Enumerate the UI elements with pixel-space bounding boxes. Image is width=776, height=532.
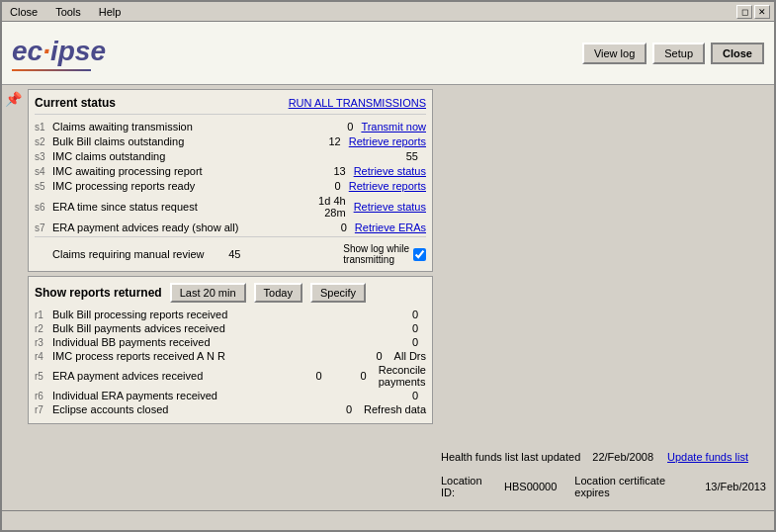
- report-value-r6: 0: [382, 390, 426, 401]
- row-code-s2: s2: [35, 136, 52, 147]
- row-value-s1: 0: [316, 121, 361, 133]
- show-reports-title: Show reports returned: [35, 286, 162, 300]
- report-code-r7: r7: [35, 404, 52, 415]
- row-action-s1[interactable]: Transmit now: [361, 121, 426, 133]
- manual-review-label: Claims requiring manual review: [52, 248, 204, 260]
- report-value-r5: 0: [286, 370, 330, 382]
- window-close-button[interactable]: ✕: [754, 5, 770, 19]
- report-label-r2: Bulk Bill payments advices received: [52, 322, 382, 334]
- report-value-r4: 0: [346, 350, 390, 362]
- row-label-s1: Claims awaiting transmission: [52, 121, 316, 133]
- report-label-r4: IMC process reports received A N R: [52, 350, 346, 362]
- row-action-s5[interactable]: Retrieve reports: [349, 180, 426, 192]
- health-funds-label: Health funds list last updated: [441, 451, 580, 463]
- row-action-s4[interactable]: Retrieve status: [354, 165, 426, 177]
- app-logo: ec·ipse: [12, 36, 106, 71]
- manual-review-value: 45: [204, 248, 248, 260]
- row-code-s7: s7: [35, 222, 52, 233]
- report-row-r6: r6 Individual ERA payments received 0: [35, 390, 426, 401]
- all-drs-label: All Drs: [394, 350, 426, 362]
- row-code-s5: s5: [35, 181, 52, 192]
- row-label-s4: IMC awaiting processing report: [52, 165, 309, 177]
- report-label-r3: Individual BB payments received: [52, 336, 382, 348]
- report-row-r1: r1 Bulk Bill processing reports received…: [35, 309, 426, 320]
- health-funds-row: Health funds list last updated 22/Feb/20…: [441, 451, 766, 463]
- report-code-r6: r6: [35, 391, 52, 401]
- report-row-r5: r5 ERA payment advices received 0 0 Reco…: [35, 364, 426, 388]
- row-label-s6: ERA time since status request: [52, 201, 309, 213]
- row-label-s7: ERA payment advices ready (show all): [52, 222, 310, 233]
- report-label-r7: Eclipse accounts closed: [52, 403, 315, 415]
- row-label-s5: IMC processing reports ready: [52, 180, 304, 192]
- row-code-s3: s3: [35, 151, 52, 162]
- report-value2-r5: 0: [330, 370, 375, 382]
- row-value-s6: 1d 4h 28m: [309, 195, 354, 219]
- location-row: Location ID: HBS00000 Location certifica…: [441, 475, 766, 498]
- pin-icon[interactable]: 📌: [6, 89, 20, 109]
- row-action-s6[interactable]: Retrieve status: [354, 201, 426, 213]
- cert-date: 13/Feb/2013: [705, 481, 766, 492]
- report-value-r3: 0: [382, 336, 426, 348]
- row-label-s2: Bulk Bill claims outstanding: [52, 135, 304, 147]
- report-label-r1: Bulk Bill processing reports received: [52, 309, 382, 320]
- update-funds-link[interactable]: Update funds list: [667, 451, 748, 463]
- report-row-r3: r3 Individual BB payments received 0: [35, 336, 426, 348]
- row-value-s5: 0: [304, 180, 349, 192]
- location-id: HBS00000: [504, 481, 557, 492]
- right-panel: Health funds list last updated 22/Feb/20…: [437, 89, 770, 506]
- today-button[interactable]: Today: [254, 283, 302, 303]
- row-action-s7[interactable]: Retrieve ERAs: [355, 222, 426, 233]
- close-button[interactable]: Close: [711, 43, 764, 64]
- row-value-s7: 0: [310, 222, 355, 233]
- status-row-s1: s1 Claims awaiting transmission 0 Transm…: [35, 121, 426, 133]
- status-row-s4: s4 IMC awaiting processing report 13 Ret…: [35, 165, 426, 177]
- last-20-min-button[interactable]: Last 20 min: [170, 283, 246, 303]
- report-code-r5: r5: [35, 371, 52, 382]
- health-funds-date: 22/Feb/2008: [592, 451, 653, 463]
- row-code-s1: s1: [35, 122, 52, 133]
- menu-tools[interactable]: Tools: [51, 5, 85, 19]
- view-log-button[interactable]: View log: [582, 43, 647, 64]
- cert-label: Location certificate expires: [574, 475, 693, 498]
- show-reports-panel: Show reports returned Last 20 min Today …: [28, 276, 433, 424]
- status-row-s7: s7 ERA payment advices ready (show all) …: [35, 222, 426, 233]
- show-log-checkbox[interactable]: [413, 248, 426, 261]
- row-code-s4: s4: [35, 166, 52, 177]
- report-value-r1: 0: [382, 309, 426, 320]
- report-value-r7: 0: [315, 403, 360, 415]
- run-all-transmissions-link[interactable]: RUN ALL TRANSMISSIONS: [289, 97, 426, 109]
- report-row-r4: r4 IMC process reports received A N R 0 …: [35, 350, 426, 362]
- restore-button[interactable]: ◻: [736, 5, 752, 19]
- current-status-panel: Current status RUN ALL TRANSMISSIONS s1 …: [28, 89, 433, 272]
- setup-button[interactable]: Setup: [652, 43, 705, 64]
- status-row-s6: s6 ERA time since status request 1d 4h 2…: [35, 195, 426, 219]
- location-label: Location ID:: [441, 475, 494, 498]
- row-value-s2: 12: [304, 135, 349, 147]
- report-value-r2: 0: [382, 322, 426, 334]
- row-label-s3: IMC claims outstanding: [52, 150, 382, 162]
- report-code-r4: r4: [35, 351, 52, 362]
- menu-close[interactable]: Close: [6, 5, 42, 19]
- report-code-r2: r2: [35, 323, 52, 334]
- manual-review-row: Claims requiring manual review 45 Show l…: [35, 240, 426, 265]
- row-code-s6: s6: [35, 202, 52, 213]
- report-code-r3: r3: [35, 337, 52, 348]
- report-label-r5: ERA payment advices received: [52, 370, 286, 382]
- row-value-s3: 55: [382, 150, 426, 162]
- row-action-s2[interactable]: Retrieve reports: [349, 135, 426, 147]
- status-bar: [2, 510, 774, 530]
- row-value-s4: 13: [309, 165, 354, 177]
- reconcile-payments-label: Reconcile payments: [379, 364, 426, 388]
- show-log-label: Show log while transmitting: [343, 243, 409, 265]
- report-label-r6: Individual ERA payments received: [52, 390, 382, 401]
- specify-button[interactable]: Specify: [310, 283, 366, 303]
- current-status-title: Current status: [35, 96, 116, 110]
- menu-help[interactable]: Help: [95, 5, 126, 19]
- status-row-s5: s5 IMC processing reports ready 0 Retrie…: [35, 180, 426, 192]
- refresh-data-label: Refresh data: [364, 403, 426, 415]
- status-row-s3: s3 IMC claims outstanding 55: [35, 150, 426, 162]
- status-row-s2: s2 Bulk Bill claims outstanding 12 Retri…: [35, 135, 426, 147]
- report-code-r1: r1: [35, 310, 52, 320]
- report-row-r7: r7 Eclipse accounts closed 0 Refresh dat…: [35, 403, 426, 415]
- report-row-r2: r2 Bulk Bill payments advices received 0: [35, 322, 426, 334]
